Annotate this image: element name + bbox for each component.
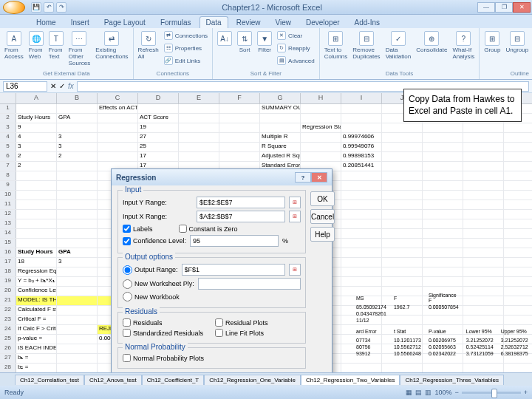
cell[interactable]: 0.99949076 xyxy=(341,143,382,151)
clear-button[interactable]: ✕Clear xyxy=(276,30,316,41)
fx-icon[interactable]: fx xyxy=(68,82,74,90)
cell[interactable]: Confidence Level xyxy=(16,287,57,296)
cell[interactable] xyxy=(57,306,98,315)
sheet-tab[interactable]: Ch12_Coefficient_T xyxy=(142,375,205,385)
y-range-ref-icon[interactable]: ⊞ xyxy=(289,197,301,208)
cell[interactable] xyxy=(219,152,260,161)
filter-button[interactable]: ▼Filter xyxy=(256,30,273,69)
cell[interactable] xyxy=(382,200,423,209)
cell[interactable] xyxy=(423,162,463,171)
cell[interactable] xyxy=(463,248,504,257)
sheet-tab[interactable]: Ch12_Regression_One_Variable xyxy=(204,375,301,385)
cell[interactable] xyxy=(382,210,423,219)
cell[interactable]: Study Hours xyxy=(16,114,57,123)
col-h[interactable]: H xyxy=(301,93,341,103)
cell[interactable] xyxy=(382,123,423,132)
row-header[interactable]: 2 xyxy=(0,114,16,123)
std-residuals-checkbox[interactable] xyxy=(123,329,131,337)
consolidate-button[interactable]: ⊕Consolidate xyxy=(415,30,449,69)
cell[interactable]: b₂ = xyxy=(16,364,57,372)
cell[interactable]: Calculated F stat = xyxy=(16,306,57,315)
cell[interactable] xyxy=(57,325,98,334)
confidence-checkbox[interactable] xyxy=(123,237,131,245)
cell[interactable] xyxy=(98,133,138,142)
dialog-close-icon[interactable]: ✕ xyxy=(311,172,327,183)
save-icon[interactable]: 💾 xyxy=(31,2,41,13)
cell[interactable] xyxy=(179,133,219,142)
cell[interactable] xyxy=(423,229,463,238)
cell[interactable] xyxy=(423,191,463,200)
tab-addins[interactable]: Add-Ins xyxy=(348,16,386,28)
from-text-button[interactable]: TFrom Text xyxy=(47,30,65,69)
view-break-icon[interactable]: ▥ xyxy=(425,389,432,396)
cancel-icon[interactable]: ✕ xyxy=(50,82,56,90)
cell[interactable] xyxy=(423,239,463,248)
cell[interactable] xyxy=(16,210,57,219)
cell[interactable] xyxy=(341,123,382,132)
cell[interactable] xyxy=(16,171,57,180)
cell[interactable] xyxy=(57,354,98,363)
advanced-button[interactable]: ▤Advanced xyxy=(276,55,316,66)
sheet-tab[interactable]: Ch12_Correlation_test xyxy=(15,375,84,385)
cell[interactable] xyxy=(423,181,463,190)
cell[interactable]: Y = b₀ + b₁*X₁ + b₂*X₂ xyxy=(16,277,57,286)
cell[interactable] xyxy=(463,210,504,219)
cell[interactable] xyxy=(16,239,57,248)
group-button[interactable]: ⊞Group xyxy=(482,30,502,69)
cell[interactable]: Regression Statistics xyxy=(301,123,341,132)
from-access-button[interactable]: AFrom Access xyxy=(3,30,25,69)
redo-icon[interactable]: ↷ xyxy=(56,2,66,13)
new-worksheet-radio[interactable] xyxy=(123,279,132,289)
output-range-radio[interactable] xyxy=(123,265,132,275)
row-header[interactable]: 3 xyxy=(0,123,16,132)
cell[interactable] xyxy=(57,344,98,353)
x-range-ref-icon[interactable]: ⊞ xyxy=(289,211,301,222)
output-range-input[interactable] xyxy=(182,264,285,276)
row-header[interactable]: 28 xyxy=(0,364,16,372)
row-header[interactable]: 13 xyxy=(0,219,16,228)
row-header[interactable]: 6 xyxy=(0,152,16,161)
cell[interactable] xyxy=(57,123,98,132)
cell[interactable] xyxy=(341,219,382,228)
cell[interactable] xyxy=(341,181,382,190)
connections-button[interactable]: ⇄Connections xyxy=(163,30,209,41)
cell[interactable]: SUMMARY OUTPUT xyxy=(260,104,301,113)
cell[interactable] xyxy=(179,123,219,132)
cell[interactable] xyxy=(341,248,382,257)
cell[interactable] xyxy=(463,143,504,151)
cell[interactable]: b₁ = xyxy=(16,354,57,363)
view-normal-icon[interactable]: ▦ xyxy=(406,389,412,396)
cell[interactable] xyxy=(382,162,423,171)
cell[interactable]: 2 xyxy=(57,152,98,161)
undo-icon[interactable]: ↶ xyxy=(44,2,54,13)
residual-plots-checkbox[interactable] xyxy=(215,318,223,327)
cell[interactable]: IS EACH INDEPENDENT VARIABLE SIGNIFICANT xyxy=(16,344,57,353)
cell[interactable] xyxy=(341,114,382,123)
cell[interactable] xyxy=(423,200,463,209)
cell[interactable] xyxy=(341,171,382,180)
cell[interactable]: Adjusted R Square xyxy=(260,152,301,161)
cell[interactable] xyxy=(423,267,463,276)
cell[interactable] xyxy=(57,364,98,372)
cell[interactable]: Multiple R xyxy=(260,133,301,142)
row-header[interactable]: 12 xyxy=(0,210,16,219)
cell[interactable] xyxy=(463,191,504,200)
cell[interactable] xyxy=(16,191,57,200)
cell[interactable] xyxy=(57,277,98,286)
cell[interactable] xyxy=(57,200,98,209)
cell[interactable] xyxy=(382,277,423,286)
cell[interactable] xyxy=(382,219,423,228)
row-header[interactable]: 19 xyxy=(0,277,16,286)
labels-checkbox[interactable] xyxy=(123,225,131,233)
help-button[interactable]: Help xyxy=(310,227,335,242)
cell[interactable] xyxy=(341,364,382,372)
cell[interactable] xyxy=(463,123,504,132)
confidence-input[interactable] xyxy=(190,235,279,247)
cell[interactable] xyxy=(341,229,382,238)
cell[interactable] xyxy=(382,152,423,161)
cell[interactable] xyxy=(57,287,98,296)
cell[interactable] xyxy=(382,364,423,372)
row-header[interactable]: 16 xyxy=(0,248,16,257)
cell[interactable] xyxy=(57,239,98,248)
tab-page-layout[interactable]: Page Layout xyxy=(98,16,152,28)
